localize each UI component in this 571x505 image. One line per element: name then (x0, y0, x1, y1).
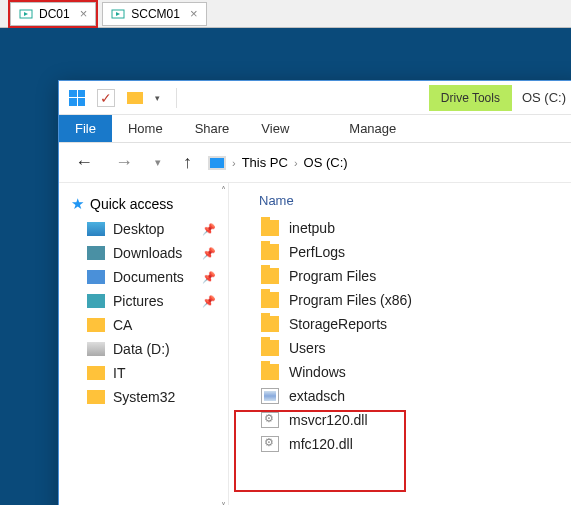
folder-icon (87, 222, 105, 236)
tab-file[interactable]: File (59, 115, 112, 142)
separator (176, 88, 177, 108)
sidebar-item[interactable]: IT (69, 361, 228, 385)
drive-icon (208, 156, 226, 170)
scroll-down-icon[interactable]: ˅ (221, 501, 226, 505)
file-name: Windows (289, 364, 346, 380)
watermark: @51CTO博客 (480, 479, 561, 497)
breadcrumb-this-pc[interactable]: This PC (242, 155, 288, 170)
ribbon-tabs: File Home Share View Manage (59, 115, 571, 143)
sidebar-item[interactable]: Desktop📌 (69, 217, 228, 241)
quick-access-label: Quick access (90, 196, 173, 212)
folder-icon (261, 364, 279, 380)
file-row[interactable]: Program Files (257, 266, 570, 286)
file-name: inetpub (289, 220, 335, 236)
folder-icon (87, 270, 105, 284)
sidebar-item-label: Data (D:) (113, 341, 170, 357)
folder-icon (261, 244, 279, 260)
file-row[interactable]: StorageReports (257, 314, 570, 334)
file-name: Program Files (x86) (289, 292, 412, 308)
close-icon[interactable]: × (190, 6, 198, 21)
window-title: OS (C:) (522, 90, 566, 105)
vm-tab-label: DC01 (39, 7, 70, 21)
sidebar-item-label: System32 (113, 389, 175, 405)
tab-share[interactable]: Share (179, 115, 246, 142)
nav-back-button[interactable]: ← (69, 150, 99, 175)
scroll-up-icon[interactable]: ˄ (221, 185, 226, 196)
sidebar-quick-access[interactable]: ★ Quick access (69, 191, 228, 217)
file-row[interactable]: Program Files (x86) (257, 290, 570, 310)
file-row[interactable]: extadsch (257, 386, 570, 406)
tab-home[interactable]: Home (112, 115, 179, 142)
folder-icon (87, 246, 105, 260)
breadcrumb-location[interactable]: OS (C:) (304, 155, 348, 170)
file-icon (261, 388, 279, 404)
sidebar-item[interactable]: Pictures📌 (69, 289, 228, 313)
sidebar-item-label: Documents (113, 269, 184, 285)
navigation-pane: ˄ ★ Quick access Desktop📌Downloads📌Docum… (59, 183, 229, 505)
sidebar-item[interactable]: Documents📌 (69, 265, 228, 289)
file-row[interactable]: inetpub (257, 218, 570, 238)
qa-properties-icon[interactable]: ✓ (97, 89, 115, 107)
svg-marker-3 (116, 12, 120, 16)
folder-icon (87, 366, 105, 380)
folder-icon (261, 340, 279, 356)
file-row[interactable]: PerfLogs (257, 242, 570, 262)
folder-icon (261, 316, 279, 332)
sidebar-item-label: IT (113, 365, 125, 381)
file-name: Users (289, 340, 326, 356)
breadcrumb[interactable]: › This PC › OS (C:) (208, 155, 348, 170)
nav-history-dropdown[interactable]: ▾ (149, 154, 167, 171)
folder-icon (261, 292, 279, 308)
sidebar-item-label: CA (113, 317, 132, 333)
sidebar-item-label: Pictures (113, 293, 164, 309)
file-row[interactable]: Users (257, 338, 570, 358)
pin-icon: 📌 (202, 295, 226, 308)
qa-dropdown-icon[interactable]: ▾ (155, 93, 160, 103)
star-icon: ★ (71, 195, 84, 213)
nav-up-button[interactable]: ↑ (177, 150, 198, 175)
vm-icon (111, 7, 125, 21)
file-name: PerfLogs (289, 244, 345, 260)
pin-icon: 📌 (202, 247, 226, 260)
explorer-icon (69, 90, 85, 106)
sidebar-item-label: Downloads (113, 245, 182, 261)
vm-tab[interactable]: SCCM01× (102, 2, 206, 26)
vm-tab-bar: DC01×SCCM01× (0, 0, 571, 28)
chevron-right-icon[interactable]: › (232, 157, 236, 169)
vm-tab[interactable]: DC01× (10, 2, 96, 26)
folder-icon (87, 390, 105, 404)
contextual-tab-drive-tools[interactable]: Drive Tools (429, 85, 512, 111)
pin-icon: 📌 (202, 223, 226, 236)
vm-icon (19, 7, 33, 21)
folder-icon (87, 318, 105, 332)
qa-newfolder-icon[interactable] (127, 92, 143, 104)
titlebar: ✓ ▾ Drive Tools OS (C:) (59, 81, 571, 115)
folder-icon (261, 268, 279, 284)
tab-view[interactable]: View (245, 115, 305, 142)
file-name: Program Files (289, 268, 376, 284)
sidebar-item[interactable]: Downloads📌 (69, 241, 228, 265)
folder-icon (87, 294, 105, 308)
sidebar-item-label: Desktop (113, 221, 164, 237)
tab-manage[interactable]: Manage (333, 115, 412, 142)
column-header-name[interactable]: Name (257, 193, 570, 208)
sidebar-item[interactable]: CA (69, 313, 228, 337)
svg-marker-1 (24, 12, 28, 16)
nav-forward-button[interactable]: → (109, 150, 139, 175)
sidebar-item[interactable]: System32 (69, 385, 228, 409)
file-name: StorageReports (289, 316, 387, 332)
vm-tab-label: SCCM01 (131, 7, 180, 21)
address-bar: ← → ▾ ↑ › This PC › OS (C:) (59, 143, 571, 183)
chevron-right-icon[interactable]: › (294, 157, 298, 169)
close-icon[interactable]: × (80, 6, 88, 21)
file-name: extadsch (289, 388, 345, 404)
pin-icon: 📌 (202, 271, 226, 284)
folder-icon (87, 342, 105, 356)
file-row[interactable]: Windows (257, 362, 570, 382)
folder-icon (261, 220, 279, 236)
highlight-files-annotation (234, 410, 406, 492)
sidebar-item[interactable]: Data (D:) (69, 337, 228, 361)
